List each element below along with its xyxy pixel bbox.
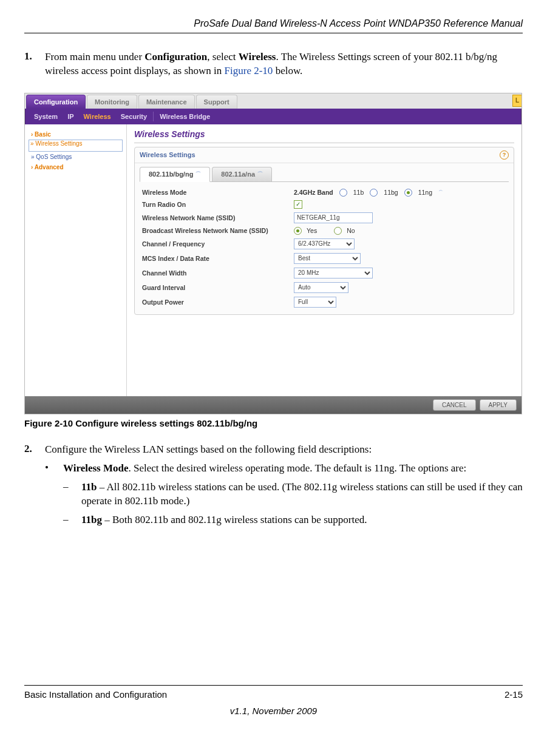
- input-ssid[interactable]: [294, 212, 373, 223]
- select-channel[interactable]: 6/2.437GHz: [294, 238, 355, 249]
- cancel-button[interactable]: CANCEL: [433, 399, 476, 411]
- dash-11b: – 11b – All 802.11b wireless stations ca…: [63, 481, 523, 508]
- step-text: From main menu under Configuration, sele…: [45, 50, 523, 78]
- figure-reference-link[interactable]: Figure 2-10: [225, 65, 273, 76]
- label: Basic: [35, 131, 51, 138]
- band-tab-ana[interactable]: 802.11a/na⌒: [212, 167, 272, 181]
- radio-label: 11bg: [384, 189, 398, 196]
- tab-security[interactable]: Security: [117, 112, 151, 121]
- radio-11bg[interactable]: [370, 189, 378, 197]
- bold: 11bg: [81, 514, 102, 525]
- apply-button[interactable]: APPLY: [480, 399, 517, 411]
- screenshot-figure: Configuration Monitoring Maintenance Sup…: [24, 93, 522, 414]
- help-icon[interactable]: ?: [500, 150, 509, 160]
- wifi-icon: ⌒: [195, 170, 201, 178]
- footer-page-number: 2-15: [505, 689, 523, 700]
- tab-system[interactable]: System: [30, 112, 61, 121]
- figure-caption: Figure 2-10 Configure wireless settings …: [24, 418, 523, 428]
- text: – All 802.11b wireless stations can be u…: [81, 481, 523, 507]
- tab-ip[interactable]: IP: [64, 112, 77, 121]
- tab-maintenance[interactable]: Maintenance: [138, 95, 195, 109]
- dash-mark: –: [63, 481, 81, 508]
- label: 802.11a/na: [221, 170, 255, 178]
- wifi-icon: ⌒: [438, 189, 443, 196]
- footer-section-title: Basic Installation and Configuration: [24, 689, 167, 700]
- step-number: 2.: [24, 443, 45, 457]
- form-area: Wireless Mode 2.4GHz Band 11b 11bg 11ng⌒…: [140, 181, 509, 314]
- band-tab-bgng[interactable]: 802.11b/bg/ng⌒: [140, 167, 210, 182]
- label-ssid: Wireless Network Name (SSID): [142, 214, 294, 221]
- dash-mark: –: [63, 513, 81, 527]
- band-label: 2.4GHz Band: [294, 189, 333, 196]
- tab-configuration[interactable]: Configuration: [26, 95, 86, 109]
- label-guard-interval: Guard Interval: [142, 284, 294, 291]
- radio-label: No: [347, 227, 355, 234]
- label: Advanced: [35, 164, 64, 170]
- sidebar-item-qos-settings[interactable]: » QoS Settings: [29, 152, 123, 162]
- footer-version: v1.1, November 2009: [24, 706, 523, 716]
- step-1: 1. From main menu under Configuration, s…: [24, 50, 523, 78]
- bold: 11b: [81, 481, 97, 493]
- radio-label: 11ng: [418, 189, 432, 196]
- bullet-wireless-mode: • Wireless Mode. Select the desired wire…: [45, 462, 523, 476]
- page-footer: Basic Installation and Configuration 2-1…: [24, 685, 523, 716]
- bold: Wireless: [239, 51, 276, 62]
- main-panel: Wireless Settings Wireless Settings ? 80…: [127, 124, 522, 396]
- wifi-icon: ⌒: [257, 170, 263, 178]
- running-header: ProSafe Dual Band Wireless-N Access Poin…: [24, 18, 523, 33]
- step-text: Configure the Wireless LAN settings base…: [45, 443, 523, 457]
- radio-11b[interactable]: [339, 189, 347, 197]
- label-wireless-mode: Wireless Mode: [142, 189, 294, 196]
- select-output-power[interactable]: Full: [294, 297, 336, 308]
- bold: Configuration: [144, 51, 207, 62]
- label-broadcast-ssid: Broadcast Wireless Network Name (SSID): [142, 227, 294, 234]
- action-bar: CANCEL APPLY: [25, 396, 522, 414]
- tab-wireless-bridge[interactable]: Wireless Bridge: [153, 112, 214, 121]
- label-mcs: MCS Index / Data Rate: [142, 255, 294, 262]
- radio-11ng[interactable]: [404, 189, 412, 197]
- text: . Select the desired wireless operating …: [129, 462, 467, 474]
- text: , select: [207, 51, 238, 62]
- bullet-mark: •: [45, 462, 63, 476]
- dash-text: 11bg – Both 802.11b and 802.11g wireless…: [81, 513, 523, 527]
- checkbox-turn-radio-on[interactable]: ✓: [294, 200, 302, 209]
- select-mcs[interactable]: Best: [294, 253, 361, 264]
- sidebar: › Basic » Wireless Settings » QoS Settin…: [25, 124, 127, 396]
- text: – Both 802.11b and 802.11g wireless stat…: [102, 514, 367, 525]
- label-turn-radio-on: Turn Radio On: [142, 201, 294, 208]
- sidebar-item-advanced[interactable]: › Advanced: [29, 162, 123, 172]
- text: From main menu under: [45, 51, 144, 62]
- panel-subtitle: Wireless Settings: [140, 151, 195, 158]
- secondary-tabs: System IP Wireless Security Wireless Bri…: [25, 109, 522, 124]
- sidebar-item-basic[interactable]: › Basic: [29, 129, 123, 140]
- wireless-settings-panel: Wireless Settings ? 802.11b/bg/ng⌒ 802.1…: [134, 147, 514, 315]
- label: 802.11b/bg/ng: [149, 170, 193, 178]
- tab-wireless[interactable]: Wireless: [80, 112, 115, 121]
- text: below.: [273, 65, 302, 76]
- tab-support[interactable]: Support: [196, 95, 237, 109]
- select-guard-interval[interactable]: Auto: [294, 282, 348, 293]
- radio-label: 11b: [353, 189, 364, 196]
- bullet-text: Wireless Mode. Select the desired wirele…: [63, 462, 523, 476]
- select-channel-width[interactable]: 20 MHz: [294, 268, 373, 278]
- step-2: 2. Configure the Wireless LAN settings b…: [24, 443, 523, 457]
- radio-label: Yes: [307, 227, 317, 234]
- radio-broadcast-no[interactable]: [334, 227, 342, 235]
- dash-text: 11b – All 802.11b wireless stations can …: [81, 481, 523, 508]
- logout-badge-icon[interactable]: L: [512, 95, 522, 107]
- label-channel: Channel / Frequency: [142, 240, 294, 248]
- step-number: 1.: [24, 50, 45, 78]
- radio-broadcast-yes[interactable]: [294, 227, 302, 235]
- panel-title: Wireless Settings: [134, 129, 514, 143]
- primary-tabs: Configuration Monitoring Maintenance Sup…: [25, 93, 522, 109]
- label-channel-width: Channel Width: [142, 269, 294, 277]
- dash-11bg: – 11bg – Both 802.11b and 802.11g wirele…: [63, 513, 523, 527]
- bold: Wireless Mode: [63, 462, 129, 474]
- sidebar-item-wireless-settings[interactable]: » Wireless Settings: [29, 140, 123, 152]
- tab-monitoring[interactable]: Monitoring: [87, 95, 137, 109]
- label-output-power: Output Power: [142, 299, 294, 306]
